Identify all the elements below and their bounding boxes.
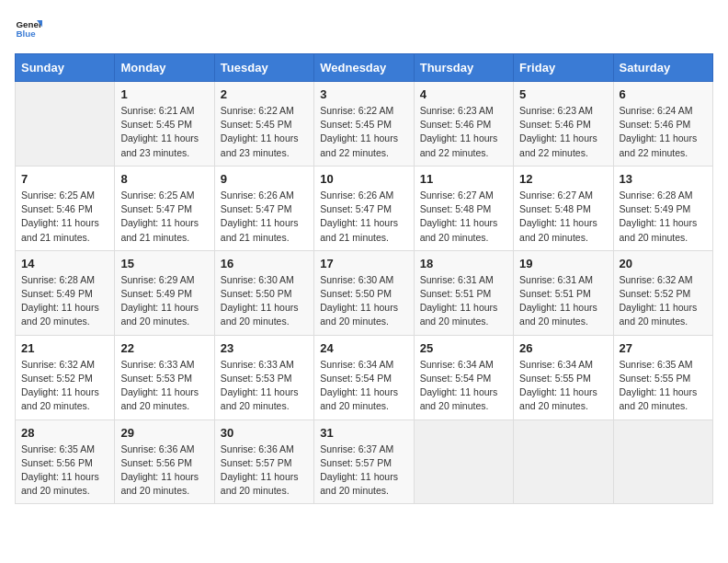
header: General Blue (15, 15, 713, 42)
calendar-cell: 20Sunrise: 6:32 AM Sunset: 5:52 PM Dayli… (613, 250, 712, 335)
day-info: Sunrise: 6:34 AM Sunset: 5:54 PM Dayligh… (320, 358, 407, 414)
day-info: Sunrise: 6:32 AM Sunset: 5:52 PM Dayligh… (620, 273, 707, 329)
day-number: 19 (519, 257, 607, 270)
day-number: 14 (21, 257, 108, 270)
calendar-cell: 1Sunrise: 6:21 AM Sunset: 5:45 PM Daylig… (115, 82, 214, 167)
day-number: 4 (420, 87, 507, 101)
calendar-cell: 4Sunrise: 6:23 AM Sunset: 5:46 PM Daylig… (414, 82, 513, 167)
day-info: Sunrise: 6:32 AM Sunset: 5:52 PM Dayligh… (21, 358, 108, 414)
logo: General Blue (15, 15, 42, 42)
day-number: 31 (320, 426, 407, 440)
calendar-cell: 21Sunrise: 6:32 AM Sunset: 5:52 PM Dayli… (16, 335, 115, 419)
day-info: Sunrise: 6:26 AM Sunset: 5:47 PM Dayligh… (320, 189, 407, 245)
day-info: Sunrise: 6:33 AM Sunset: 5:53 PM Dayligh… (120, 358, 208, 414)
day-number: 6 (620, 87, 707, 101)
day-info: Sunrise: 6:36 AM Sunset: 5:56 PM Dayligh… (120, 442, 208, 499)
page-container: General Blue SundayMondayTuesdayWednesda… (15, 15, 713, 504)
day-number: 7 (21, 172, 108, 186)
calendar-cell: 30Sunrise: 6:36 AM Sunset: 5:57 PM Dayli… (214, 419, 313, 504)
week-row-4: 21Sunrise: 6:32 AM Sunset: 5:52 PM Dayli… (16, 335, 713, 419)
day-number: 18 (420, 257, 507, 270)
calendar-cell: 19Sunrise: 6:31 AM Sunset: 5:51 PM Dayli… (514, 250, 613, 335)
day-info: Sunrise: 6:29 AM Sunset: 5:49 PM Dayligh… (120, 273, 208, 329)
day-number: 23 (221, 341, 308, 355)
day-number: 21 (21, 341, 108, 355)
day-info: Sunrise: 6:22 AM Sunset: 5:45 PM Dayligh… (320, 104, 407, 160)
weekday-header-thursday: Thursday (414, 54, 513, 82)
calendar-cell: 14Sunrise: 6:28 AM Sunset: 5:49 PM Dayli… (16, 250, 115, 335)
day-number: 11 (420, 172, 507, 186)
calendar-cell: 9Sunrise: 6:26 AM Sunset: 5:47 PM Daylig… (214, 166, 313, 250)
calendar-cell (16, 82, 115, 167)
day-info: Sunrise: 6:23 AM Sunset: 5:46 PM Dayligh… (519, 104, 607, 160)
calendar-cell: 15Sunrise: 6:29 AM Sunset: 5:49 PM Dayli… (115, 250, 214, 335)
day-info: Sunrise: 6:37 AM Sunset: 5:57 PM Dayligh… (320, 442, 407, 499)
week-row-2: 7Sunrise: 6:25 AM Sunset: 5:46 PM Daylig… (16, 166, 713, 250)
calendar-cell (414, 419, 513, 504)
day-info: Sunrise: 6:35 AM Sunset: 5:55 PM Dayligh… (620, 358, 707, 414)
calendar-cell: 25Sunrise: 6:34 AM Sunset: 5:54 PM Dayli… (414, 335, 513, 419)
day-info: Sunrise: 6:26 AM Sunset: 5:47 PM Dayligh… (221, 189, 308, 245)
day-info: Sunrise: 6:25 AM Sunset: 5:47 PM Dayligh… (120, 189, 208, 245)
weekday-header-saturday: Saturday (613, 54, 712, 82)
calendar-cell: 8Sunrise: 6:25 AM Sunset: 5:47 PM Daylig… (115, 166, 214, 250)
weekday-header-tuesday: Tuesday (214, 54, 313, 82)
day-info: Sunrise: 6:24 AM Sunset: 5:46 PM Dayligh… (620, 104, 707, 160)
calendar-cell: 10Sunrise: 6:26 AM Sunset: 5:47 PM Dayli… (314, 166, 414, 250)
calendar-cell: 5Sunrise: 6:23 AM Sunset: 5:46 PM Daylig… (514, 82, 613, 167)
calendar-cell: 28Sunrise: 6:35 AM Sunset: 5:56 PM Dayli… (16, 419, 115, 504)
day-info: Sunrise: 6:30 AM Sunset: 5:50 PM Dayligh… (320, 273, 407, 329)
logo-icon: General Blue (15, 15, 42, 42)
calendar-cell: 2Sunrise: 6:22 AM Sunset: 5:45 PM Daylig… (214, 82, 313, 167)
week-row-3: 14Sunrise: 6:28 AM Sunset: 5:49 PM Dayli… (16, 250, 713, 335)
day-info: Sunrise: 6:22 AM Sunset: 5:45 PM Dayligh… (221, 104, 308, 160)
day-number: 2 (221, 87, 308, 101)
weekday-header-friday: Friday (514, 54, 613, 82)
day-info: Sunrise: 6:33 AM Sunset: 5:53 PM Dayligh… (221, 358, 308, 414)
calendar-cell (613, 419, 712, 504)
day-number: 28 (21, 426, 108, 440)
day-number: 17 (320, 257, 407, 270)
day-info: Sunrise: 6:25 AM Sunset: 5:46 PM Dayligh… (21, 189, 108, 245)
calendar-cell: 7Sunrise: 6:25 AM Sunset: 5:46 PM Daylig… (16, 166, 115, 250)
day-info: Sunrise: 6:28 AM Sunset: 5:49 PM Dayligh… (21, 273, 108, 329)
day-info: Sunrise: 6:23 AM Sunset: 5:46 PM Dayligh… (420, 104, 507, 160)
calendar-cell: 27Sunrise: 6:35 AM Sunset: 5:55 PM Dayli… (613, 335, 712, 419)
day-number: 27 (620, 341, 707, 355)
day-info: Sunrise: 6:27 AM Sunset: 5:48 PM Dayligh… (519, 189, 607, 245)
day-info: Sunrise: 6:21 AM Sunset: 5:45 PM Dayligh… (120, 104, 208, 160)
calendar-table: SundayMondayTuesdayWednesdayThursdayFrid… (15, 53, 713, 504)
svg-text:Blue: Blue (17, 29, 37, 39)
day-number: 29 (120, 426, 208, 440)
day-info: Sunrise: 6:34 AM Sunset: 5:54 PM Dayligh… (420, 358, 507, 414)
day-number: 13 (620, 172, 707, 186)
day-number: 8 (120, 172, 208, 186)
weekday-header-sunday: Sunday (16, 54, 115, 82)
calendar-cell: 12Sunrise: 6:27 AM Sunset: 5:48 PM Dayli… (514, 166, 613, 250)
day-info: Sunrise: 6:30 AM Sunset: 5:50 PM Dayligh… (221, 273, 308, 329)
day-info: Sunrise: 6:35 AM Sunset: 5:56 PM Dayligh… (21, 442, 108, 499)
calendar-cell: 16Sunrise: 6:30 AM Sunset: 5:50 PM Dayli… (214, 250, 313, 335)
calendar-cell: 29Sunrise: 6:36 AM Sunset: 5:56 PM Dayli… (115, 419, 214, 504)
day-number: 15 (120, 257, 208, 270)
day-number: 25 (420, 341, 507, 355)
day-number: 16 (221, 257, 308, 270)
day-number: 26 (519, 341, 607, 355)
day-number: 3 (320, 87, 407, 101)
day-info: Sunrise: 6:31 AM Sunset: 5:51 PM Dayligh… (519, 273, 607, 329)
day-number: 24 (320, 341, 407, 355)
calendar-cell: 22Sunrise: 6:33 AM Sunset: 5:53 PM Dayli… (115, 335, 214, 419)
calendar-cell: 17Sunrise: 6:30 AM Sunset: 5:50 PM Dayli… (314, 250, 414, 335)
calendar-cell: 3Sunrise: 6:22 AM Sunset: 5:45 PM Daylig… (314, 82, 414, 167)
calendar-cell: 31Sunrise: 6:37 AM Sunset: 5:57 PM Dayli… (314, 419, 414, 504)
calendar-cell: 6Sunrise: 6:24 AM Sunset: 5:46 PM Daylig… (613, 82, 712, 167)
day-number: 12 (519, 172, 607, 186)
weekday-header-row: SundayMondayTuesdayWednesdayThursdayFrid… (16, 54, 713, 82)
week-row-5: 28Sunrise: 6:35 AM Sunset: 5:56 PM Dayli… (16, 419, 713, 504)
day-info: Sunrise: 6:31 AM Sunset: 5:51 PM Dayligh… (420, 273, 507, 329)
calendar-cell: 23Sunrise: 6:33 AM Sunset: 5:53 PM Dayli… (214, 335, 313, 419)
weekday-header-monday: Monday (115, 54, 214, 82)
day-info: Sunrise: 6:36 AM Sunset: 5:57 PM Dayligh… (221, 442, 308, 499)
week-row-1: 1Sunrise: 6:21 AM Sunset: 5:45 PM Daylig… (16, 82, 713, 167)
calendar-cell: 24Sunrise: 6:34 AM Sunset: 5:54 PM Dayli… (314, 335, 414, 419)
